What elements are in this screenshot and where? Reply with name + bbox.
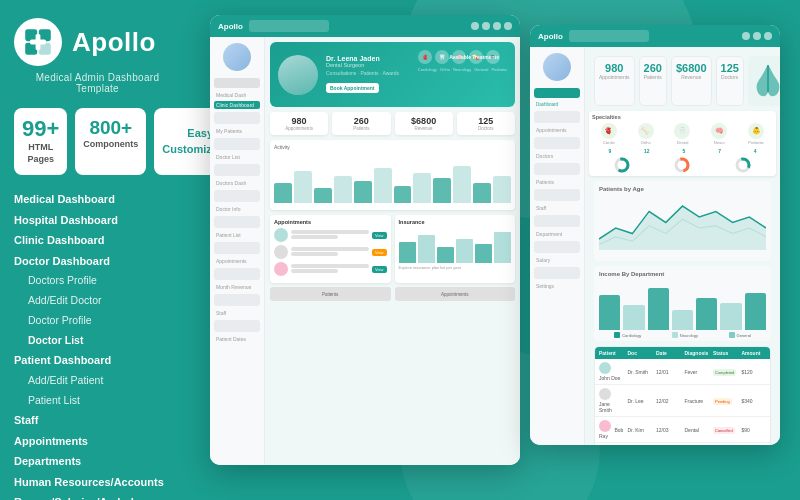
spec-dental: 🦷 Dental (674, 123, 690, 145)
spec-cardiology-label: Cardio (601, 140, 617, 145)
sec-stat-2: 260 Patients (639, 56, 667, 106)
nav-item-staff[interactable]: Staff (14, 410, 181, 431)
nav-item-doctors-profile[interactable]: Doctors Profile (14, 271, 181, 291)
apt-lines-2 (291, 247, 369, 257)
row-avatar-1 (599, 362, 611, 374)
legend-color-1 (614, 332, 620, 338)
nav-item-add-patient[interactable]: Add/Edit Patient (14, 371, 181, 391)
apt-btn-3[interactable]: View (372, 266, 387, 273)
appointments-pagination[interactable]: Appointments (395, 287, 516, 301)
nav-item-departments[interactable]: Departments (14, 451, 181, 472)
insurance-title: Insurance (399, 219, 512, 225)
nav-item-appointments[interactable]: Appointments (14, 431, 181, 452)
bottom-pagination: Patients Appointments (270, 287, 515, 301)
sec-stat-1-lbl: Appointments (599, 74, 630, 80)
legend-2: Neurology (672, 332, 698, 338)
mini-nav-10[interactable] (214, 320, 260, 332)
inc-bar-3 (648, 288, 669, 331)
spec-pediatric: 👶 Pediatric (748, 123, 764, 145)
income-bars (599, 280, 766, 330)
nav-item-clinic[interactable]: Clinic Dashboard (14, 230, 181, 251)
treatment-label-3: Neurology (453, 67, 471, 72)
svg-rect-2 (25, 43, 37, 55)
legend-1: Cardiology (614, 332, 641, 338)
apt-lines-1 (291, 230, 369, 240)
sec-stat-2-lbl: Patients (644, 74, 662, 80)
book-appointment-btn[interactable]: Book Appointment (326, 83, 379, 93)
sec-nav-6[interactable] (534, 215, 580, 227)
sec-nav-4[interactable] (534, 163, 580, 175)
nav-item-doctor-profile[interactable]: Doctor Profile (14, 311, 181, 331)
appointments-title: Appointments (274, 219, 387, 225)
donut-3 (735, 157, 751, 173)
apt-item-3: View (274, 262, 387, 276)
cell-date-3: 12/03 (656, 427, 681, 433)
mini-nav-8[interactable] (214, 268, 260, 280)
sec-nav-5[interactable] (534, 189, 580, 201)
sec-stat-4-num: 125 (721, 62, 739, 74)
secondary-search[interactable] (569, 30, 649, 42)
patients-pagination[interactable]: Patients (270, 287, 391, 301)
sec-icon-2 (753, 32, 761, 40)
sec-nav-8[interactable] (534, 267, 580, 279)
nav-item-patient-dash[interactable]: Patient Dashboard (14, 350, 181, 371)
insurance-chart (399, 228, 512, 263)
cell-status-1: Completed (713, 369, 738, 375)
spec-dental-label: Dental (674, 140, 690, 145)
ins-bar-1 (399, 242, 416, 263)
sec-nav-text-4: Patients (534, 178, 580, 186)
mini-nav-4[interactable] (214, 164, 260, 176)
mini-nav-7[interactable] (214, 242, 260, 254)
cell-doc-1: Dr. Smith (628, 369, 653, 375)
nav-item-add-doctor[interactable]: Add/Edit Doctor (14, 291, 181, 311)
apt-btn-1[interactable]: View (372, 232, 387, 239)
svg-rect-5 (30, 40, 46, 45)
patients-pagination-label: Patients (322, 292, 338, 297)
mini-nav-2[interactable] (214, 112, 260, 124)
mini-nav-text-9: Staff (214, 309, 260, 317)
sec-nav-2[interactable] (534, 111, 580, 123)
inc-bar-5 (696, 298, 717, 331)
inc-bar-2 (623, 305, 644, 330)
table-header: Patient Doc Date Diagnosis Status Amount (595, 347, 770, 359)
mini-nav-3[interactable] (214, 138, 260, 150)
legend-label-1: Cardiology (622, 333, 641, 338)
mini-nav-1[interactable] (214, 78, 260, 88)
sec-nav-1[interactable] (534, 88, 580, 98)
treatment-dental: 🦷 (435, 50, 449, 64)
mini-nav-9[interactable] (214, 294, 260, 306)
secondary-sidebar: Dashboard Appointments Doctors Patients … (530, 47, 585, 445)
nav-item-doctor-dash[interactable]: Doctor Dashboard (14, 251, 181, 272)
sec-nav-3[interactable] (534, 137, 580, 149)
stats-row: 99+ HTML Pages 800+ Components Easy Cust… (14, 108, 181, 175)
nav-item-medical[interactable]: Medical Dashboard (14, 189, 181, 210)
nav-item-rooms[interactable]: Rooms/Salaries/Ambulance (14, 492, 181, 500)
bottom-row: Appointments View (270, 215, 515, 283)
bar-7 (394, 186, 412, 204)
sec-nav-7[interactable] (534, 241, 580, 253)
mini-nav-6[interactable] (214, 216, 260, 228)
stat-patients: 260 Patients (332, 112, 390, 135)
col-date: Date (656, 350, 681, 356)
logo-area: Apollo (14, 18, 181, 66)
spec-num-1: 9 (608, 148, 611, 154)
treatments-area: Available Treatments 🫀 🦷 🧠 💊 👁 Cardiolog… (418, 48, 507, 72)
mini-search-bar[interactable] (249, 20, 329, 32)
table-row-4: Alice Brown Dr. Patel 12/04 BP Completed… (595, 443, 770, 445)
nav-item-doctor-list[interactable]: Doctor List (14, 331, 181, 351)
mini-nav-5[interactable] (214, 190, 260, 202)
insurance-note: Explore insurance plan list per year (399, 265, 512, 270)
nav-item-hospital[interactable]: Hospital Dashboard (14, 210, 181, 231)
apt-btn-2[interactable]: View (372, 249, 387, 256)
mini-nav-active[interactable]: Clinic Dashboard (214, 101, 260, 109)
secondary-header-icons (742, 32, 772, 40)
apt-line-3a (291, 264, 369, 268)
cell-date-2: 12/02 (656, 398, 681, 404)
spec-num-2: 12 (644, 148, 650, 154)
table-row-1: John Doe Dr. Smith 12/01 Fever Completed… (595, 359, 770, 385)
nav-item-patient-list[interactable]: Patient List (14, 391, 181, 411)
nav-item-hr[interactable]: Human Resources/Accounts (14, 472, 181, 493)
stat-patients-num: 260 (335, 116, 387, 126)
apt-item-2: View (274, 245, 387, 259)
sec-stat-4-lbl: Doctors (721, 74, 739, 80)
